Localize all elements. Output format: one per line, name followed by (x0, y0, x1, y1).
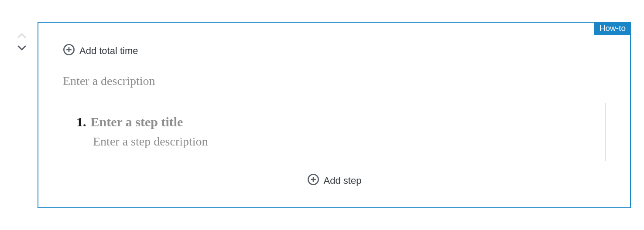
step-title-input[interactable]: Enter a step title (91, 115, 183, 129)
block-type-badge: How-to (594, 22, 631, 35)
move-down-button[interactable] (15, 42, 29, 54)
plus-circle-icon (63, 44, 75, 58)
step-header: 1. Enter a step title (76, 115, 592, 129)
add-step-container: Add step (63, 173, 606, 188)
block-editor: How-to Add total time Enter a descriptio… (13, 22, 631, 208)
plus-circle-icon (307, 173, 319, 188)
step-number: 1. (76, 115, 86, 129)
add-total-time-label: Add total time (79, 45, 138, 57)
add-step-button[interactable]: Add step (307, 173, 362, 188)
step-item: 1. Enter a step title Enter a step descr… (63, 103, 606, 161)
add-total-time-button[interactable]: Add total time (63, 44, 138, 58)
chevron-up-icon (17, 32, 27, 39)
block-movers (13, 22, 31, 54)
chevron-down-icon (17, 44, 27, 51)
howto-block: How-to Add total time Enter a descriptio… (38, 22, 631, 208)
description-input[interactable]: Enter a description (63, 74, 606, 88)
step-description-input[interactable]: Enter a step description (93, 135, 592, 149)
move-up-button[interactable] (15, 30, 29, 42)
add-step-label: Add step (324, 175, 362, 186)
